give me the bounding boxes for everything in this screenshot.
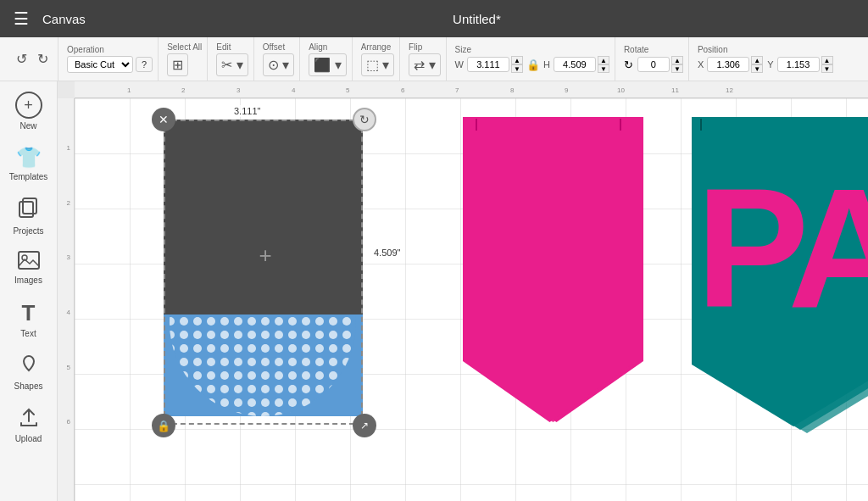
select-all-label: Select All <box>167 42 202 52</box>
operation-help-button[interactable]: ? <box>136 57 153 72</box>
top-bar: ☰ Canvas Untitled* <box>0 0 868 37</box>
images-icon <box>18 251 40 273</box>
vertical-ruler: 1 2 3 4 5 6 <box>58 98 75 501</box>
size-group: Size W ▲ ▼ 🔒 H ▲ ▼ <box>450 37 615 81</box>
close-handle[interactable]: ✕ <box>152 108 175 131</box>
teal-banner-stack[interactable]: PA <box>692 117 868 448</box>
x-decrement-button[interactable]: ▼ <box>751 64 763 73</box>
horizontal-ruler: 1 2 3 4 5 6 7 8 9 10 11 12 <box>75 81 868 98</box>
sidebar-item-projects[interactable]: Projects <box>3 190 54 242</box>
select-all-group: Select All ⊞ <box>162 37 208 81</box>
width-increment-button[interactable]: ▲ <box>511 56 523 64</box>
lock-handle[interactable]: 🔒 <box>152 414 175 437</box>
y-increment-button[interactable]: ▲ <box>821 56 833 64</box>
upload-icon <box>18 406 40 431</box>
ruler-tick: 2 <box>67 199 70 207</box>
menu-icon[interactable]: ☰ <box>14 8 29 29</box>
rotate-handle[interactable]: ↻ <box>353 108 376 131</box>
pink-banner-stack[interactable] <box>463 117 649 439</box>
align-group: Align ⬛ ▾ <box>303 37 352 81</box>
undo-button[interactable]: ↺ <box>12 48 31 70</box>
sidebar-item-shapes-label: Shapes <box>14 381 43 391</box>
toolbar: ↺ ↻ Operation Basic Cut Cut Draw Score ?… <box>0 37 868 81</box>
crosshair-icon: + <box>259 242 271 269</box>
ruler-tick: 4 <box>292 86 295 94</box>
rotate-increment-button[interactable]: ▲ <box>671 56 683 64</box>
ruler-tick: 2 <box>181 86 185 94</box>
rotate-label: Rotate <box>624 45 648 54</box>
ruler-tick: 7 <box>455 86 459 94</box>
ruler-tick: 5 <box>67 364 70 371</box>
redo-button[interactable]: ↻ <box>33 48 53 70</box>
sidebar-item-upload[interactable]: Upload <box>3 399 54 450</box>
sidebar-item-shapes[interactable]: Shapes <box>3 347 54 398</box>
edit-group: Edit ✂ ▾ <box>211 37 253 81</box>
lock-ratio-icon[interactable]: 🔒 <box>526 58 540 71</box>
size-label: Size <box>455 45 471 54</box>
ruler-tick: 8 <box>510 86 514 94</box>
position-group: Position X ▲ ▼ Y ▲ ▼ <box>693 37 838 81</box>
y-decrement-button[interactable]: ▼ <box>821 64 833 73</box>
sidebar-item-text-label: Text <box>20 329 36 338</box>
projects-icon <box>18 197 40 224</box>
edit-label: Edit <box>216 42 231 52</box>
width-decrement-button[interactable]: ▼ <box>511 64 523 73</box>
operation-select[interactable]: Basic Cut Cut Draw Score <box>67 56 133 73</box>
height-label: H <box>543 59 550 70</box>
x-label: X <box>698 59 704 70</box>
arrange-group: Arrange ⬚ ▾ <box>356 37 400 81</box>
svg-rect-0 <box>19 202 33 217</box>
y-label: Y <box>767 59 773 70</box>
sidebar-item-images[interactable]: Images <box>3 244 54 292</box>
x-increment-button[interactable]: ▲ <box>751 56 763 64</box>
ruler-tick: 1 <box>127 86 131 94</box>
text-icon: T <box>22 300 36 326</box>
height-input[interactable] <box>554 57 596 72</box>
width-label: W <box>455 59 464 70</box>
sidebar-item-templates[interactable]: 👕 Templates <box>3 139 54 188</box>
width-input[interactable] <box>467 57 509 72</box>
flip-button[interactable]: ⇄ ▾ <box>409 53 440 76</box>
canvas-background[interactable]: 3.111" 4.509" + ✕ ↻ 🔒 ↗ <box>75 98 868 501</box>
ruler-tick: 3 <box>67 253 70 261</box>
undo-redo-group: ↺ ↻ <box>7 37 58 81</box>
ruler-tick: 12 <box>726 86 733 94</box>
offset-button[interactable]: ⊙ ▾ <box>263 53 294 76</box>
align-button[interactable]: ⬛ ▾ <box>309 53 346 76</box>
operation-group: Operation Basic Cut Cut Draw Score ? <box>62 37 159 81</box>
selection-box <box>164 120 363 425</box>
arrange-button[interactable]: ⬚ ▾ <box>361 53 394 76</box>
ruler-tick: 9 <box>565 86 568 94</box>
sidebar-item-upload-label: Upload <box>15 434 42 443</box>
y-input[interactable] <box>777 57 820 72</box>
position-label: Position <box>698 45 728 54</box>
flip-group: Flip ⇄ ▾ <box>403 37 446 81</box>
resize-handle[interactable]: ↗ <box>353 414 376 437</box>
edit-button[interactable]: ✂ ▾ <box>216 53 248 76</box>
height-decrement-button[interactable]: ▼ <box>598 64 609 73</box>
ruler-tick: 10 <box>617 86 625 94</box>
new-icon: + <box>15 92 42 119</box>
ruler-tick: 6 <box>401 86 404 94</box>
ruler-tick: 3 <box>236 86 240 94</box>
rotate-input[interactable] <box>637 57 670 72</box>
rotate-decrement-button[interactable]: ▼ <box>671 64 683 73</box>
select-all-button[interactable]: ⊞ <box>167 53 188 76</box>
flip-label: Flip <box>409 42 422 52</box>
ruler-tick: 1 <box>67 144 70 152</box>
ruler-tick: 4 <box>67 309 70 316</box>
canvas-area[interactable]: 1 2 3 4 5 6 7 8 9 10 11 12 1 2 3 4 5 <box>58 81 868 501</box>
sidebar-item-text[interactable]: T Text <box>3 293 54 345</box>
align-label: Align <box>309 42 327 52</box>
sidebar-item-templates-label: Templates <box>9 172 48 181</box>
sidebar-item-new[interactable]: + New <box>3 85 54 137</box>
svg-rect-2 <box>19 252 39 269</box>
height-increment-button[interactable]: ▲ <box>598 56 609 64</box>
sidebar-item-new-label: New <box>19 121 36 131</box>
document-title: Untitled* <box>99 12 854 26</box>
main-area: + New 👕 Templates Projects <box>0 81 868 501</box>
x-input[interactable] <box>707 57 749 72</box>
height-dimension-label: 4.509" <box>371 247 403 259</box>
sidebar: + New 👕 Templates Projects <box>0 81 58 501</box>
ruler-tick: 5 <box>346 86 349 94</box>
